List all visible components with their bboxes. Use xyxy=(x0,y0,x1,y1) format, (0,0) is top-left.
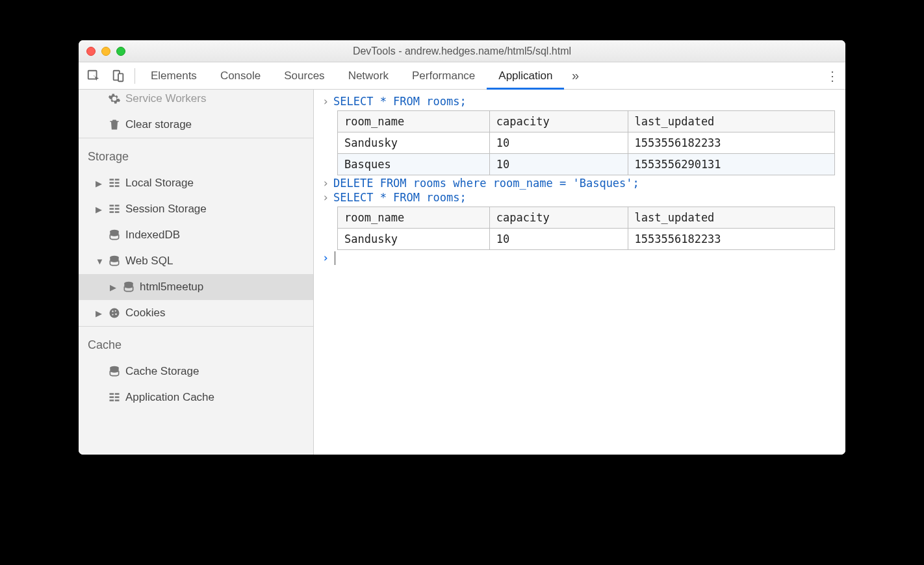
sidebar-item-label: Service Workers xyxy=(123,92,206,105)
console-query-line: ›SELECT * FROM rooms; xyxy=(318,191,838,204)
database-icon xyxy=(106,229,123,242)
svg-point-20 xyxy=(115,310,116,312)
database-icon xyxy=(106,255,123,268)
table-icon xyxy=(106,177,123,190)
chevron-down-icon: ▼ xyxy=(96,257,106,266)
chevron-right-icon: ▶ xyxy=(110,282,120,292)
device-toggle-icon[interactable] xyxy=(106,69,131,83)
column-header: capacity xyxy=(489,111,628,132)
kebab-menu-icon[interactable]: ⋮ xyxy=(822,68,843,84)
svg-rect-6 xyxy=(115,182,120,184)
chevron-right-icon: ▶ xyxy=(96,179,106,188)
svg-rect-2 xyxy=(118,73,123,81)
sql-statement: SELECT * FROM rooms; xyxy=(333,191,467,204)
sidebar-item-html5meetup[interactable]: ▶html5meetup xyxy=(79,274,313,300)
sidebar-item-label: html5meetup xyxy=(137,281,203,294)
tab-application[interactable]: Application xyxy=(487,62,564,90)
sidebar-item-label: Web SQL xyxy=(123,255,173,268)
console-query-line: ›SELECT * FROM rooms; xyxy=(318,95,838,108)
column-header: last_updated xyxy=(628,111,834,132)
database-icon xyxy=(106,365,123,378)
tab-network[interactable]: Network xyxy=(337,62,400,90)
sidebar-item-label: Local Storage xyxy=(123,177,194,190)
table-cell: 10 xyxy=(489,229,628,250)
tabs-overflow-button[interactable]: » xyxy=(564,68,586,83)
sidebar-item-label: Application Cache xyxy=(123,391,214,404)
sidebar-item-label: Cache Storage xyxy=(123,365,199,378)
text-cursor xyxy=(335,251,335,265)
trash-icon xyxy=(106,118,123,131)
svg-rect-7 xyxy=(110,185,114,187)
sidebar-item-label: Session Storage xyxy=(123,203,207,216)
svg-point-22 xyxy=(112,314,113,315)
prompt-icon: › xyxy=(318,177,333,190)
result-table: room_namecapacitylast_updatedSandusky101… xyxy=(337,110,835,175)
svg-rect-26 xyxy=(110,396,114,398)
table-row[interactable]: Basques101553556290131 xyxy=(338,154,835,175)
sidebar-item-session-storage[interactable]: ▶Session Storage xyxy=(79,196,313,222)
column-header: room_name xyxy=(338,111,490,132)
tab-performance[interactable]: Performance xyxy=(400,62,487,90)
sidebar-item-service-workers[interactable]: Service Workers xyxy=(79,90,313,112)
table-cell: Basques xyxy=(338,154,490,175)
table-row[interactable]: Sandusky101553556182233 xyxy=(338,229,835,250)
svg-point-19 xyxy=(112,310,113,312)
sidebar-item-indexeddb[interactable]: IndexedDB xyxy=(79,222,313,248)
column-header: room_name xyxy=(338,207,490,229)
sidebar-item-cache-storage[interactable]: Cache Storage xyxy=(79,358,313,384)
table-cell: 10 xyxy=(489,154,628,175)
console-prompt-line[interactable]: › xyxy=(318,251,838,265)
table-cell: Sandusky xyxy=(338,132,490,154)
tab-console[interactable]: Console xyxy=(209,62,272,90)
svg-rect-12 xyxy=(115,208,120,210)
tab-sources[interactable]: Sources xyxy=(272,62,336,90)
sidebar-item-cookies[interactable]: ▶Cookies xyxy=(79,300,313,326)
svg-rect-24 xyxy=(110,393,114,395)
table-icon xyxy=(106,203,123,216)
svg-point-21 xyxy=(115,313,117,315)
tab-elements[interactable]: Elements xyxy=(139,62,209,90)
table-icon xyxy=(106,391,123,404)
table-cell: 1553556182233 xyxy=(628,132,834,154)
sidebar-item-label: Cookies xyxy=(123,307,165,320)
svg-rect-25 xyxy=(115,393,120,395)
svg-point-18 xyxy=(110,308,120,318)
divider xyxy=(135,68,135,84)
svg-rect-4 xyxy=(115,179,120,181)
table-cell: 10 xyxy=(489,132,628,154)
sidebar-item-local-storage[interactable]: ▶Local Storage xyxy=(79,170,313,196)
sidebar-item-label: IndexedDB xyxy=(123,229,180,242)
svg-rect-28 xyxy=(110,399,114,401)
svg-rect-14 xyxy=(115,211,120,213)
svg-rect-27 xyxy=(115,396,120,398)
table-cell: 1553556290131 xyxy=(628,154,834,175)
window-title: DevTools - andrew.hedges.name/html5/sql.… xyxy=(79,45,845,57)
gear-icon xyxy=(106,92,123,105)
svg-rect-5 xyxy=(110,182,114,184)
inspect-icon[interactable] xyxy=(81,69,106,83)
sidebar-item-application-cache[interactable]: Application Cache xyxy=(79,384,313,410)
svg-rect-10 xyxy=(115,205,120,207)
result-table: room_namecapacitylast_updatedSandusky101… xyxy=(337,207,835,250)
prompt-icon: › xyxy=(318,95,333,108)
sidebar-item-clear-storage[interactable]: Clear storage xyxy=(79,112,313,138)
svg-rect-13 xyxy=(110,211,114,213)
column-header: last_updated xyxy=(628,207,834,229)
svg-rect-8 xyxy=(115,185,120,187)
svg-rect-29 xyxy=(115,399,120,401)
websql-console[interactable]: ›SELECT * FROM rooms;room_namecapacityla… xyxy=(314,90,845,455)
sql-statement: DELETE FROM rooms where room_name = 'Bas… xyxy=(333,177,639,190)
prompt-icon: › xyxy=(318,251,333,264)
svg-rect-3 xyxy=(110,179,114,181)
cookie-icon xyxy=(106,307,123,320)
prompt-icon: › xyxy=(318,191,333,204)
chevron-right-icon: ▶ xyxy=(96,205,106,214)
chevron-right-icon: ▶ xyxy=(96,308,106,318)
sidebar-item-web-sql[interactable]: ▼Web SQL xyxy=(79,248,313,274)
table-cell: 1553556182233 xyxy=(628,229,834,250)
sidebar-item-label: Clear storage xyxy=(123,118,192,131)
sidebar: Service WorkersClear storage Storage ▶Lo… xyxy=(79,90,314,455)
svg-rect-11 xyxy=(110,208,114,210)
titlebar: DevTools - andrew.hedges.name/html5/sql.… xyxy=(79,40,845,62)
table-row[interactable]: Sandusky101553556182233 xyxy=(338,132,835,154)
